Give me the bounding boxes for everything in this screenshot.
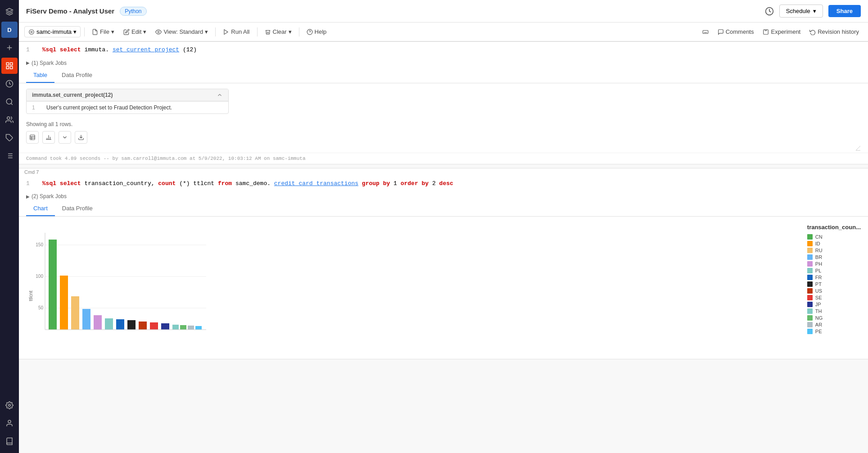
result-tabs-1: Table Data Profile	[19, 68, 868, 83]
svg-point-19	[8, 420, 11, 423]
run-icon	[223, 29, 229, 35]
legend-item-AR: AR	[807, 322, 861, 327]
tab-data-profile-1[interactable]: Data Profile	[54, 68, 99, 83]
svg-rect-55	[105, 318, 113, 330]
sidebar-icon-history[interactable]	[1, 76, 18, 92]
comments-button[interactable]: Comments	[714, 27, 758, 37]
svg-text:ttlcnt: ttlcnt	[28, 290, 33, 301]
svg-point-10	[7, 117, 10, 119]
toolbar-sep-2	[215, 27, 216, 36]
legend-color-PT	[807, 281, 813, 287]
language-badge[interactable]: Python	[120, 7, 146, 16]
svg-text:50: 50	[38, 305, 44, 310]
result-table-wrap-1: immuta.set_current_project(12) 1 User's …	[19, 83, 868, 119]
svg-point-18	[9, 404, 11, 407]
sidebar-icon-person[interactable]	[1, 415, 18, 431]
tab-table-1[interactable]: Table	[26, 68, 54, 83]
chart-legend: CN ID RU BR	[807, 234, 861, 334]
edit-button[interactable]: Edit ▾	[120, 27, 150, 37]
file-icon	[92, 29, 98, 35]
legend-color-BR	[807, 254, 813, 260]
chart-title: transaction_coun...	[807, 224, 861, 231]
experiment-button[interactable]: Experiment	[759, 27, 804, 37]
line-number-1: 1	[26, 45, 33, 54]
legend-color-RU	[807, 248, 813, 253]
clear-button[interactable]: Clear ▾	[261, 27, 295, 37]
run-all-button[interactable]: Run All	[219, 27, 253, 37]
chart-view-icon-btn[interactable]	[42, 131, 55, 144]
result-table-header-1: immuta.set_current_project(12)	[27, 89, 228, 101]
sidebar: D	[0, 0, 19, 453]
legend-color-PE	[807, 329, 813, 334]
edit-icon	[123, 29, 130, 35]
toolbar-sep-4	[299, 27, 299, 36]
svg-point-21	[31, 31, 32, 33]
legend-color-PL	[807, 268, 813, 273]
svg-rect-56	[116, 319, 124, 330]
cluster-name: samc-immuta	[36, 28, 72, 35]
line-number-2: 1	[26, 179, 33, 188]
cluster-selector[interactable]: samc-immuta ▾	[24, 26, 81, 37]
main-area: FiServ Demo - Analyst User Python Schedu…	[19, 0, 868, 453]
sidebar-icon-search[interactable]	[1, 94, 18, 110]
toolbar-sep-3	[257, 27, 258, 36]
legend-color-TH	[807, 308, 813, 314]
svg-rect-54	[94, 315, 102, 330]
bar-chart-icon	[45, 134, 52, 140]
chart-legend-wrap: transaction_coun... CN ID RU	[807, 224, 861, 334]
svg-rect-59	[150, 322, 158, 330]
legend-item-BR: BR	[807, 254, 861, 260]
svg-rect-57	[127, 320, 136, 330]
keyboard-shortcut-button[interactable]	[699, 27, 712, 37]
svg-rect-33	[765, 29, 767, 30]
legend-item-TH: TH	[807, 308, 861, 314]
schedule-button[interactable]: Schedule ▾	[779, 5, 823, 18]
table-view-icon-btn[interactable]	[26, 131, 39, 144]
sidebar-icon-list[interactable]	[1, 148, 18, 164]
cell-2-content[interactable]: 1 %sql select transaction_country, count…	[19, 176, 868, 192]
help-button[interactable]: Help	[303, 27, 330, 37]
sidebar-icon-grid[interactable]	[1, 58, 18, 74]
chart-area: ttlcnt 150 100 50	[19, 217, 868, 359]
cell-1-content[interactable]: 1 %sql select immuta. set_current_projec…	[19, 42, 868, 58]
view-button[interactable]: View: Standard ▾	[152, 27, 212, 37]
legend-item-PT: PT	[807, 281, 861, 287]
tab-chart-2[interactable]: Chart	[26, 201, 55, 216]
view-icon	[155, 29, 162, 35]
sidebar-icon-layers[interactable]	[1, 4, 18, 20]
svg-point-22	[29, 29, 34, 34]
sidebar-icon-user-avatar[interactable]: D	[1, 22, 18, 38]
share-button[interactable]: Share	[828, 5, 861, 17]
legend-item-NG: NG	[807, 315, 861, 321]
sidebar-icon-settings[interactable]	[1, 397, 18, 413]
download-icon-btn[interactable]	[75, 131, 87, 144]
sidebar-icon-people[interactable]	[1, 112, 18, 128]
svg-point-23	[158, 31, 160, 33]
showing-rows-1: Showing all 1 rows.	[19, 119, 868, 129]
resize-handle-icon[interactable]	[855, 145, 861, 151]
sidebar-icon-add[interactable]	[1, 40, 18, 56]
more-options-icon-btn[interactable]	[59, 131, 71, 144]
spark-jobs-2[interactable]: ▶ (2) Spark Jobs	[19, 191, 868, 201]
table-icon	[29, 134, 36, 140]
result-tabs-2: Chart Data Profile	[19, 201, 868, 217]
file-button[interactable]: File ▾	[88, 27, 118, 37]
sidebar-icon-tag[interactable]	[1, 130, 18, 146]
legend-color-NG	[807, 315, 813, 321]
legend-color-ID	[807, 241, 813, 246]
legend-item-PH: PH	[807, 261, 861, 267]
spark-jobs-1[interactable]: ▶ (1) Spark Jobs	[19, 58, 868, 68]
result-icons-1	[19, 129, 868, 145]
sidebar-icon-book[interactable]	[1, 433, 18, 449]
svg-rect-62	[180, 325, 186, 330]
svg-rect-60	[161, 323, 169, 330]
toolbar-right: Comments Experiment Revision history	[699, 27, 863, 37]
svg-text:150: 150	[36, 242, 43, 247]
tab-data-profile-2[interactable]: Data Profile	[55, 201, 100, 216]
svg-rect-34	[30, 135, 35, 140]
svg-rect-51	[60, 276, 68, 330]
legend-color-CN	[807, 234, 813, 240]
svg-rect-61	[172, 325, 179, 330]
legend-color-SE	[807, 295, 813, 300]
revision-history-button[interactable]: Revision history	[806, 27, 863, 37]
